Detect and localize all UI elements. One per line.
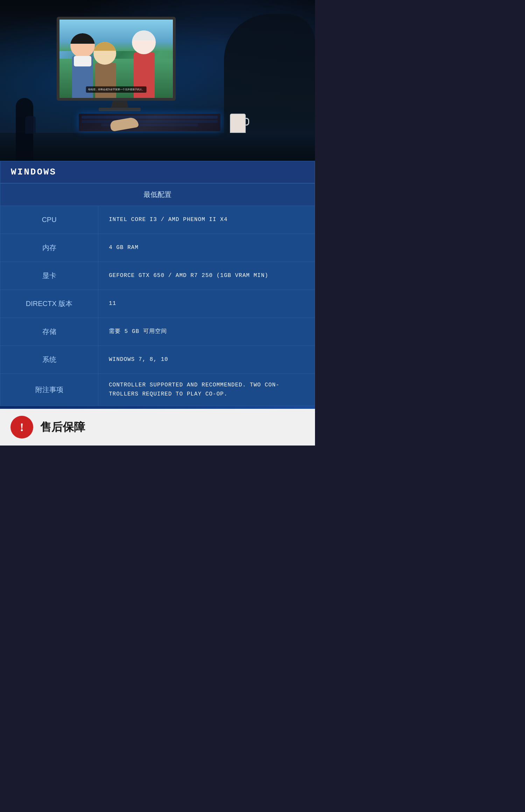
- windows-section: WINDOWS 最低配置 CPUINTEL CORE I3 / AMD PHEN…: [0, 161, 315, 406]
- spec-row: 内存4 GB RAM: [0, 234, 315, 262]
- spec-label: 系统: [0, 346, 98, 373]
- spec-value: 需要 5 GB 可用空间: [98, 318, 315, 346]
- spec-label: 内存: [0, 234, 98, 262]
- spec-value: INTEL CORE I3 / AMD PHENOM II X4: [98, 206, 315, 234]
- dialog-box: 给给您，你将会成为全宇宙第一个允许使孩子的人。: [86, 86, 147, 93]
- spec-row: DIRECTX 版本11: [0, 290, 315, 318]
- spec-label: 显卡: [0, 262, 98, 290]
- spec-rows-container: CPUINTEL CORE I3 / AMD PHENOM II X4内存4 G…: [0, 206, 315, 406]
- monitor-frame: 给给您，你将会成为全宇宙第一个允许使孩子的人。: [57, 17, 176, 101]
- spec-row: 附注事项CONTROLLER SUPPORTED AND RECOMMENDED…: [0, 374, 315, 406]
- hero-section: 给给您，你将会成为全宇宙第一个允许使孩子的人。: [0, 0, 315, 161]
- divider-bar: [0, 406, 315, 409]
- aftersale-icon-wrapper: !: [10, 416, 33, 439]
- spec-row: CPUINTEL CORE I3 / AMD PHENOM II X4: [0, 206, 315, 234]
- spec-value: CONTROLLER SUPPORTED AND RECOMMENDED. TW…: [98, 374, 315, 406]
- windows-header: WINDOWS: [0, 161, 315, 184]
- keyboard: [79, 114, 220, 131]
- aftersale-section: ! 售后保障: [0, 409, 315, 446]
- min-config-header: 最低配置: [0, 184, 315, 206]
- spec-value: 4 GB RAM: [98, 234, 315, 262]
- min-config-label: 最低配置: [144, 191, 172, 198]
- windows-header-text: WINDOWS: [11, 167, 56, 177]
- toy-figure: [25, 116, 36, 134]
- aftersale-icon: !: [20, 421, 24, 433]
- dialog-text: 给给您，你将会成为全宇宙第一个允许使孩子的人。: [88, 88, 145, 91]
- aftersale-title: 售后保障: [40, 420, 85, 435]
- spec-label: DIRECTX 版本: [0, 290, 98, 318]
- spec-label: 附注事项: [0, 374, 98, 406]
- monitor-area: 给给您，你将会成为全宇宙第一个允许使孩子的人。: [57, 17, 183, 118]
- monitor-screen: 给给您，你将会成为全宇宙第一个允许使孩子的人。: [59, 20, 173, 98]
- desk-surface: [0, 133, 315, 161]
- spec-value: WINDOWS 7, 8, 10: [98, 346, 315, 373]
- spec-value: 11: [98, 290, 315, 318]
- spec-row: 显卡GEFORCE GTX 650 / AMD R7 250 (1GB VRAM…: [0, 262, 315, 290]
- spec-value: GEFORCE GTX 650 / AMD R7 250 (1GB VRAM M…: [98, 262, 315, 290]
- spec-row: 系统WINDOWS 7, 8, 10: [0, 346, 315, 374]
- spec-label: 存储: [0, 318, 98, 346]
- spec-label: CPU: [0, 206, 98, 234]
- mug: [230, 114, 246, 133]
- spec-row: 存储需要 5 GB 可用空间: [0, 318, 315, 346]
